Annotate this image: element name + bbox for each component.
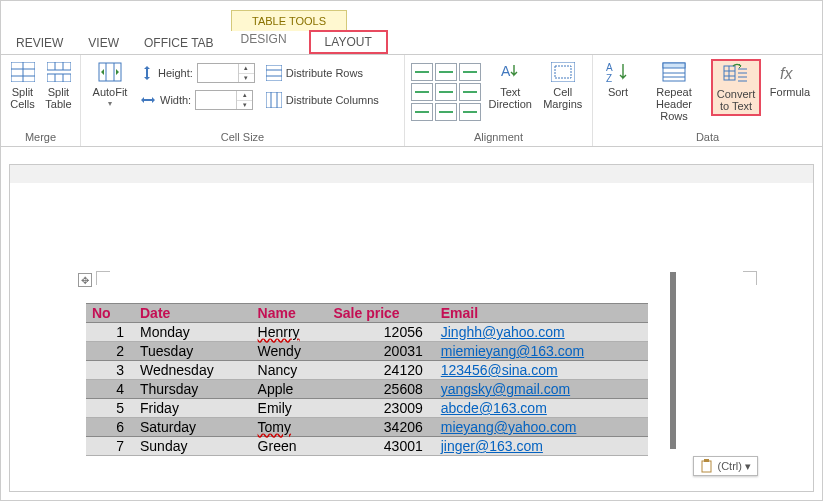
cell-price[interactable]: 23009	[328, 399, 435, 418]
align-middle-right-button[interactable]	[459, 83, 481, 101]
spinner-down-icon[interactable]: ▾	[239, 74, 254, 83]
tab-design[interactable]: DESIGN	[241, 32, 287, 54]
email-link[interactable]: mieyang@yahoo.com	[441, 419, 577, 435]
cell-no[interactable]: 6	[86, 418, 134, 437]
align-middle-left-button[interactable]	[411, 83, 433, 101]
col-price[interactable]: Sale price	[328, 304, 435, 323]
split-table-button[interactable]: Split Table	[43, 59, 74, 110]
cell-date[interactable]: Wednesday	[134, 361, 252, 380]
tab-layout[interactable]: LAYOUT	[309, 30, 388, 54]
cell-email[interactable]: miemieyang@163.com	[435, 342, 648, 361]
clipboard-icon	[700, 459, 714, 473]
cell-date[interactable]: Tuesday	[134, 342, 252, 361]
col-email[interactable]: Email	[435, 304, 648, 323]
split-cells-icon	[10, 61, 36, 83]
cell-email[interactable]: jinger@163.com	[435, 437, 648, 456]
cell-price[interactable]: 24120	[328, 361, 435, 380]
convert-to-text-icon	[723, 63, 749, 85]
cell-date[interactable]: Thursday	[134, 380, 252, 399]
spinner-up-icon[interactable]: ▴	[237, 91, 252, 101]
cell-margins-button[interactable]: Cell Margins	[539, 59, 586, 110]
tab-office-tab[interactable]: OFFICE TAB	[144, 36, 214, 50]
align-bottom-left-button[interactable]	[411, 103, 433, 121]
formula-button[interactable]: fx Formula	[766, 59, 814, 98]
text-direction-button[interactable]: A Text Direction	[486, 59, 534, 110]
cell-name[interactable]: Tomy	[252, 418, 328, 437]
document-area[interactable]: ✥ No Date Name Sale price Email 1MondayH…	[9, 164, 814, 492]
repeat-header-rows-button[interactable]: Repeat Header Rows	[642, 59, 706, 122]
cell-price[interactable]: 43001	[328, 437, 435, 456]
width-input[interactable]: ▴▾	[195, 90, 253, 110]
cell-name[interactable]: Wendy	[252, 342, 328, 361]
table-move-handle[interactable]: ✥	[78, 273, 92, 287]
align-top-right-button[interactable]	[459, 63, 481, 81]
table-row[interactable]: 2TuesdayWendy20031miemieyang@163.com	[86, 342, 648, 361]
cell-date[interactable]: Monday	[134, 323, 252, 342]
table-header-row[interactable]: No Date Name Sale price Email	[86, 304, 648, 323]
cell-price[interactable]: 25608	[328, 380, 435, 399]
cell-email[interactable]: 123456@sina.com	[435, 361, 648, 380]
email-link[interactable]: 123456@sina.com	[441, 362, 558, 378]
cell-name[interactable]: Green	[252, 437, 328, 456]
cell-no[interactable]: 2	[86, 342, 134, 361]
col-date[interactable]: Date	[134, 304, 252, 323]
sort-button[interactable]: AZ Sort	[599, 59, 637, 98]
email-link[interactable]: jinger@163.com	[441, 438, 543, 454]
distribute-rows-button[interactable]: Distribute Rows	[266, 61, 379, 85]
table-row[interactable]: 7SundayGreen43001jinger@163.com	[86, 437, 648, 456]
email-link[interactable]: miemieyang@163.com	[441, 343, 584, 359]
cell-no[interactable]: 3	[86, 361, 134, 380]
cell-date[interactable]: Saturday	[134, 418, 252, 437]
cell-email[interactable]: yangsky@gmail.com	[435, 380, 648, 399]
table-row[interactable]: 1MondayHenrry12056Jinghh@yahoo.com	[86, 323, 648, 342]
cell-price[interactable]: 20031	[328, 342, 435, 361]
data-table[interactable]: No Date Name Sale price Email 1MondayHen…	[86, 303, 648, 456]
height-field[interactable]	[198, 64, 238, 82]
cell-no[interactable]: 5	[86, 399, 134, 418]
cell-date[interactable]: Friday	[134, 399, 252, 418]
distribute-columns-button[interactable]: Distribute Columns	[266, 88, 379, 112]
cell-date[interactable]: Sunday	[134, 437, 252, 456]
align-top-left-button[interactable]	[411, 63, 433, 81]
cell-no[interactable]: 1	[86, 323, 134, 342]
height-input[interactable]: ▴▾	[197, 63, 255, 83]
table-row[interactable]: 6SaturdayTomy34206mieyang@yahoo.com	[86, 418, 648, 437]
email-link[interactable]: abcde@163.com	[441, 400, 547, 416]
table-row[interactable]: 3WednesdayNancy24120123456@sina.com	[86, 361, 648, 380]
align-bottom-center-button[interactable]	[435, 103, 457, 121]
align-top-center-button[interactable]	[435, 63, 457, 81]
tab-review[interactable]: REVIEW	[16, 36, 63, 50]
table-row[interactable]: 4ThursdayApple25608yangsky@gmail.com	[86, 380, 648, 399]
email-link[interactable]: yangsky@gmail.com	[441, 381, 570, 397]
cell-name[interactable]: Apple	[252, 380, 328, 399]
col-name[interactable]: Name	[252, 304, 328, 323]
cell-email[interactable]: mieyang@yahoo.com	[435, 418, 648, 437]
email-link[interactable]: Jinghh@yahoo.com	[441, 324, 565, 340]
text-direction-label: Text Direction	[489, 86, 532, 110]
cell-name[interactable]: Nancy	[252, 361, 328, 380]
cell-name[interactable]: Emily	[252, 399, 328, 418]
convert-to-text-button[interactable]: Convert to Text	[711, 59, 761, 116]
spinner-up-icon[interactable]: ▴	[239, 64, 254, 74]
table-tools-context-tab: TABLE TOOLS	[231, 10, 347, 31]
cell-no[interactable]: 7	[86, 437, 134, 456]
paste-options-label: (Ctrl) ▾	[718, 460, 752, 473]
cell-price[interactable]: 12056	[328, 323, 435, 342]
autofit-button[interactable]: AutoFit ▾	[87, 59, 133, 110]
cell-email[interactable]: Jinghh@yahoo.com	[435, 323, 648, 342]
align-bottom-right-button[interactable]	[459, 103, 481, 121]
split-cells-button[interactable]: Split Cells	[7, 59, 38, 110]
col-no[interactable]: No	[86, 304, 134, 323]
cell-no[interactable]: 4	[86, 380, 134, 399]
width-icon	[140, 93, 156, 107]
cell-price[interactable]: 34206	[328, 418, 435, 437]
table-row[interactable]: 5FridayEmily23009abcde@163.com	[86, 399, 648, 418]
cell-name[interactable]: Henrry	[252, 323, 328, 342]
split-table-label: Split Table	[45, 86, 71, 110]
paste-options-button[interactable]: (Ctrl) ▾	[693, 456, 759, 476]
tab-view[interactable]: VIEW	[88, 36, 119, 50]
cell-email[interactable]: abcde@163.com	[435, 399, 648, 418]
width-field[interactable]	[196, 91, 236, 109]
spinner-down-icon[interactable]: ▾	[237, 101, 252, 110]
align-middle-center-button[interactable]	[435, 83, 457, 101]
